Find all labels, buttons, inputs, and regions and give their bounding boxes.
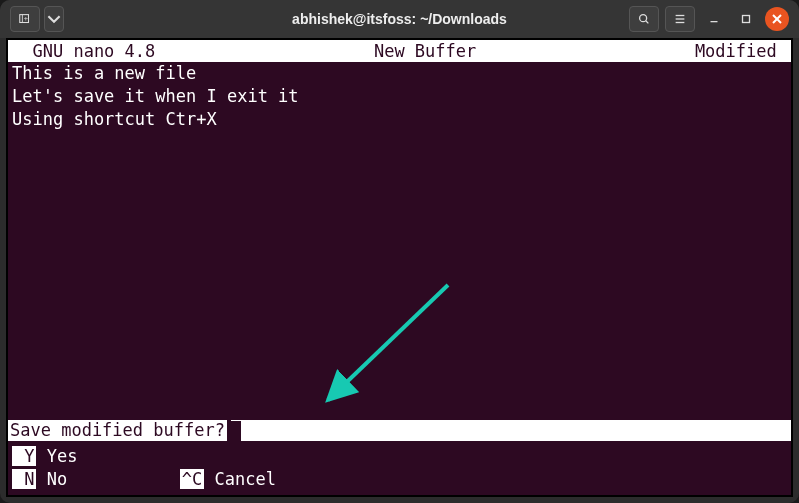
shortcut-label-no: No	[36, 469, 67, 489]
cursor	[231, 421, 241, 441]
nano-prompt-input[interactable]	[231, 420, 791, 441]
nano-content: This is a new file Let's save it when I …	[8, 62, 791, 131]
minimize-button[interactable]	[701, 6, 727, 32]
terminal-window: + abhishek@itsfoss: ~/Downloads	[0, 0, 799, 503]
titlebar-right	[629, 6, 789, 32]
nano-prompt-row: Save modified buffer?	[8, 420, 791, 441]
search-button[interactable]	[629, 6, 659, 32]
menu-button[interactable]	[665, 6, 695, 32]
maximize-button[interactable]	[733, 6, 759, 32]
nano-buffer-name: New Buffer	[374, 41, 476, 61]
titlebar: + abhishek@itsfoss: ~/Downloads	[0, 0, 799, 38]
window-title: abhishek@itsfoss: ~/Downloads	[292, 11, 507, 27]
titlebar-left: +	[10, 6, 64, 32]
nano-app-name: GNU nano 4.8	[12, 41, 155, 61]
shortcut-key-yes[interactable]: Y	[12, 446, 36, 466]
nano-status: Modified	[695, 41, 787, 61]
shortcut-label-cancel: Cancel	[204, 469, 276, 489]
svg-line-4	[646, 21, 649, 24]
close-button[interactable]	[765, 7, 789, 31]
svg-point-3	[640, 15, 647, 22]
svg-line-13	[328, 285, 448, 400]
tab-dropdown-button[interactable]	[44, 6, 64, 32]
svg-text:+: +	[24, 15, 28, 23]
shortcut-label-yes: Yes	[36, 446, 77, 466]
nano-shortcuts: Y Yes N No ^C Cancel	[12, 445, 276, 491]
terminal-area[interactable]: GNU nano 4.8 New Buffer Modified This is…	[6, 38, 793, 497]
shortcut-key-no[interactable]: N	[12, 469, 36, 489]
new-tab-button[interactable]: +	[10, 6, 40, 32]
nano-header: GNU nano 4.8 New Buffer Modified	[8, 40, 791, 62]
svg-rect-9	[743, 16, 750, 23]
shortcut-key-cancel[interactable]: ^C	[180, 469, 204, 489]
nano-prompt-text: Save modified buffer?	[8, 420, 227, 441]
